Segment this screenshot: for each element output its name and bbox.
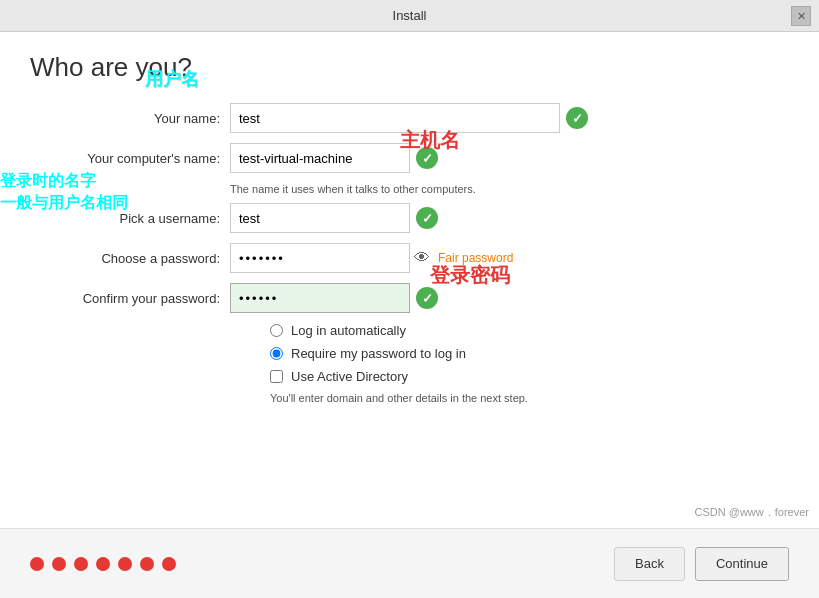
continue-button[interactable]: Continue: [695, 547, 789, 581]
titlebar-title: Install: [393, 8, 427, 23]
active-directory-hint: You'll enter domain and other details in…: [270, 392, 789, 404]
titlebar: Install ✕: [0, 0, 819, 32]
password-label: Choose a password:: [30, 251, 230, 266]
progress-dot-5: [118, 557, 132, 571]
computer-name-hint: The name it uses when it talks to other …: [230, 183, 789, 195]
username-row: Pick a username: ✓: [30, 203, 789, 233]
watermark: CSDN @www．forever: [695, 505, 809, 520]
annotation-login-name-cn: 登录时的名字 一般与用户名相同: [0, 170, 128, 215]
main-content: 用户名 主机名 登录时的名字 一般与用户名相同 登录密码 Who are you…: [0, 32, 819, 528]
login-auto-radio[interactable]: [270, 324, 283, 337]
your-name-check-icon: ✓: [566, 107, 588, 129]
progress-dot-6: [140, 557, 154, 571]
annotation-username-cn: 用户名: [145, 67, 199, 91]
page-title: Who are you?: [30, 52, 789, 83]
navigation-buttons: Back Continue: [614, 547, 789, 581]
progress-dots: [30, 557, 176, 571]
your-name-label: Your name:: [30, 111, 230, 126]
password-input[interactable]: [230, 243, 410, 273]
eye-icon[interactable]: 👁: [414, 249, 430, 267]
require-password-radio[interactable]: [270, 347, 283, 360]
require-password-label[interactable]: Require my password to log in: [291, 346, 466, 361]
password-row: Choose a password: 👁 Fair password: [30, 243, 789, 273]
active-directory-label[interactable]: Use Active Directory: [291, 369, 408, 384]
bottom-bar: Back Continue: [0, 528, 819, 598]
computer-name-label: Your computer's name:: [30, 151, 230, 166]
computer-name-input[interactable]: [230, 143, 410, 173]
username-check-icon: ✓: [416, 207, 438, 229]
login-auto-label[interactable]: Log in automatically: [291, 323, 406, 338]
login-auto-row: Log in automatically: [270, 323, 789, 338]
active-directory-checkbox[interactable]: [270, 370, 283, 383]
progress-dot-3: [74, 557, 88, 571]
progress-dot-1: [30, 557, 44, 571]
require-password-row: Require my password to log in: [270, 346, 789, 361]
progress-dot-4: [96, 557, 110, 571]
progress-dot-7: [162, 557, 176, 571]
back-button[interactable]: Back: [614, 547, 685, 581]
username-input[interactable]: [230, 203, 410, 233]
annotation-password-cn: 登录密码: [430, 262, 510, 289]
confirm-password-label: Confirm your password:: [30, 291, 230, 306]
confirm-check-icon: ✓: [416, 287, 438, 309]
active-directory-row: Use Active Directory: [270, 369, 789, 384]
confirm-password-row: Confirm your password: ✓: [30, 283, 789, 313]
progress-dot-2: [52, 557, 66, 571]
confirm-password-input[interactable]: [230, 283, 410, 313]
annotation-hostname-cn: 主机名: [400, 127, 460, 154]
close-button[interactable]: ✕: [791, 6, 811, 26]
your-name-input[interactable]: [230, 103, 560, 133]
